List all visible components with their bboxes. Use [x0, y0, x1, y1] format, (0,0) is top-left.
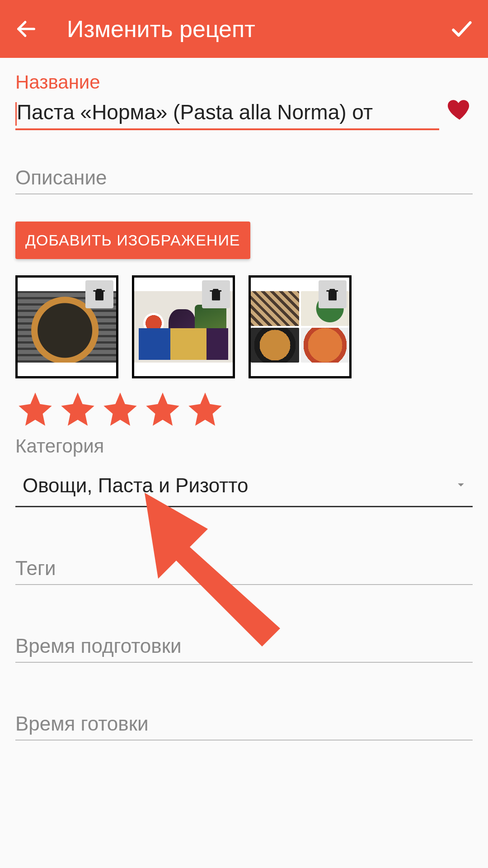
star-5[interactable] — [185, 389, 225, 431]
title-row: Паста «Норма» (Pasta alla Norma) от — [15, 97, 473, 130]
title-input[interactable]: Паста «Норма» (Pasta alla Norma) от — [15, 100, 439, 130]
trash-icon — [91, 286, 108, 302]
add-image-button[interactable]: ДОБАВИТЬ ИЗОБРАЖЕНИЕ — [15, 222, 250, 259]
page-title: Изменить рецепт — [67, 15, 448, 42]
image-thumb[interactable] — [132, 275, 235, 378]
star-3[interactable] — [100, 389, 140, 431]
arrow-left-icon — [14, 17, 38, 41]
description-input[interactable]: Описание — [15, 166, 473, 194]
star-icon — [15, 389, 55, 429]
delete-image-button[interactable] — [319, 280, 347, 308]
rating-stars — [15, 389, 473, 431]
image-thumb[interactable] — [15, 275, 118, 378]
image-thumbnails — [15, 275, 473, 378]
title-label: Название — [15, 71, 473, 93]
star-icon — [100, 389, 140, 429]
delete-image-button[interactable] — [202, 280, 230, 308]
back-button[interactable] — [13, 17, 40, 41]
check-icon — [449, 16, 474, 42]
prep-time-input[interactable]: Время подготовки — [15, 635, 473, 663]
star-4[interactable] — [143, 389, 183, 431]
dropdown-caret — [454, 477, 468, 494]
heart-icon — [446, 97, 473, 123]
recipe-form: Название Паста «Норма» (Pasta alla Norma… — [0, 58, 488, 741]
title-value: Паста «Норма» (Pasta alla Norma) от — [17, 100, 373, 124]
star-icon — [143, 389, 183, 429]
category-select[interactable]: Овощи, Паста и Ризотто — [15, 465, 473, 507]
caret-down-icon — [454, 477, 468, 492]
favorite-toggle[interactable] — [446, 97, 473, 125]
star-1[interactable] — [15, 389, 55, 431]
trash-icon — [324, 286, 341, 302]
confirm-button[interactable] — [448, 16, 475, 42]
trash-icon — [208, 286, 224, 302]
tags-input[interactable]: Теги — [15, 557, 473, 585]
star-icon — [58, 389, 98, 429]
image-thumb[interactable] — [249, 275, 352, 378]
star-icon — [185, 389, 225, 429]
cook-time-input[interactable]: Время готовки — [15, 712, 473, 741]
app-bar: Изменить рецепт — [0, 0, 488, 58]
category-label: Категория — [15, 435, 473, 457]
category-value: Овощи, Паста и Ризотто — [23, 474, 454, 497]
delete-image-button[interactable] — [85, 280, 113, 308]
star-2[interactable] — [58, 389, 98, 431]
